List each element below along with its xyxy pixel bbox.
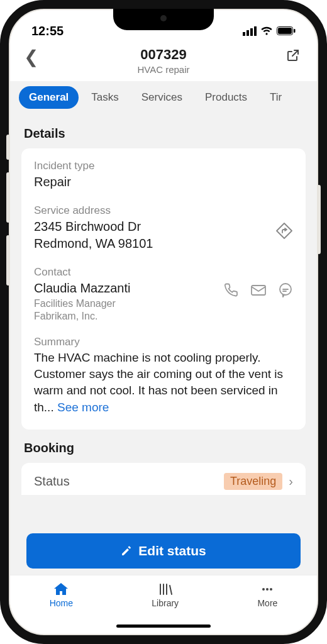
library-icon xyxy=(157,582,174,597)
nav-home[interactable]: Home xyxy=(50,582,73,608)
booking-heading: Booking xyxy=(24,441,303,455)
contact-role: Facilities Manager xyxy=(34,298,293,309)
nav-more[interactable]: More xyxy=(257,582,277,608)
signal-icon xyxy=(243,26,257,36)
phone-icon[interactable] xyxy=(224,282,239,297)
tab-products[interactable]: Products xyxy=(195,86,257,109)
open-external-icon[interactable] xyxy=(285,48,301,63)
incident-block: Incident type Repair xyxy=(34,160,293,191)
status-label: Status xyxy=(34,473,70,490)
back-icon[interactable]: ❮ xyxy=(24,47,38,67)
side-button xyxy=(317,185,321,254)
tab-services[interactable]: Services xyxy=(131,86,192,109)
svg-rect-1 xyxy=(278,28,292,34)
svg-rect-3 xyxy=(252,286,265,295)
nav-library-label: Library xyxy=(152,598,179,608)
svg-point-7 xyxy=(270,588,272,591)
nav-more-label: More xyxy=(257,598,277,608)
address-line2: Redmond, WA 98101 xyxy=(34,235,293,252)
summary-block: Summary The HVAC machine is not cooling … xyxy=(34,336,293,416)
incident-value: Repair xyxy=(34,174,293,191)
tab-bar: General Tasks Services Products Tir xyxy=(10,81,317,114)
page-header: ❮ 007329 HVAC repair xyxy=(10,44,317,81)
home-icon xyxy=(53,582,69,597)
nav-library[interactable]: Library xyxy=(152,582,179,608)
pencil-icon xyxy=(121,545,132,557)
edit-status-label: Edit status xyxy=(138,543,206,558)
contact-block: Contact Claudia Mazzanti Facilities Mana… xyxy=(34,266,293,322)
wifi-icon xyxy=(260,26,273,36)
status-time: 12:55 xyxy=(31,24,64,38)
status-row[interactable]: Status Traveling › xyxy=(34,473,293,490)
page-subtitle: HVAC repair xyxy=(25,64,302,75)
bottom-nav: Home Library More xyxy=(10,575,317,634)
mail-icon[interactable] xyxy=(250,282,267,297)
page-title: 007329 xyxy=(25,47,302,63)
see-more-link[interactable]: See more xyxy=(57,401,109,414)
details-card: Incident type Repair Service address 234… xyxy=(21,148,306,430)
nav-home-label: Home xyxy=(50,598,73,608)
svg-rect-2 xyxy=(294,29,296,33)
chat-icon[interactable] xyxy=(278,282,293,297)
chevron-right-icon: › xyxy=(289,474,293,489)
booking-card: Status Traveling › xyxy=(21,463,306,495)
edit-status-button[interactable]: Edit status xyxy=(26,533,301,569)
summary-label: Summary xyxy=(34,336,293,348)
svg-point-5 xyxy=(262,588,265,591)
tab-partial[interactable]: Tir xyxy=(260,86,292,109)
battery-icon xyxy=(277,26,296,35)
home-indicator[interactable] xyxy=(116,625,211,628)
details-heading: Details xyxy=(24,126,303,141)
status-badge: Traveling xyxy=(224,473,282,490)
address-label: Service address xyxy=(34,204,293,217)
contact-label: Contact xyxy=(34,266,293,279)
address-block[interactable]: Service address 2345 Birchwood Dr Redmon… xyxy=(34,204,293,252)
contact-company: Fabrikam, Inc. xyxy=(34,311,293,322)
phone-notch xyxy=(113,9,214,30)
address-line1: 2345 Birchwood Dr xyxy=(34,218,293,235)
address-value: 2345 Birchwood Dr Redmond, WA 98101 xyxy=(34,218,293,252)
phone-frame: 12:55 ❮ 007329 HVAC repair General Tasks… xyxy=(0,0,327,644)
svg-point-6 xyxy=(266,588,269,591)
tab-general[interactable]: General xyxy=(19,86,79,109)
tab-tasks[interactable]: Tasks xyxy=(81,86,128,109)
directions-icon[interactable] xyxy=(275,222,293,240)
incident-label: Incident type xyxy=(34,160,293,172)
more-icon xyxy=(259,582,275,597)
